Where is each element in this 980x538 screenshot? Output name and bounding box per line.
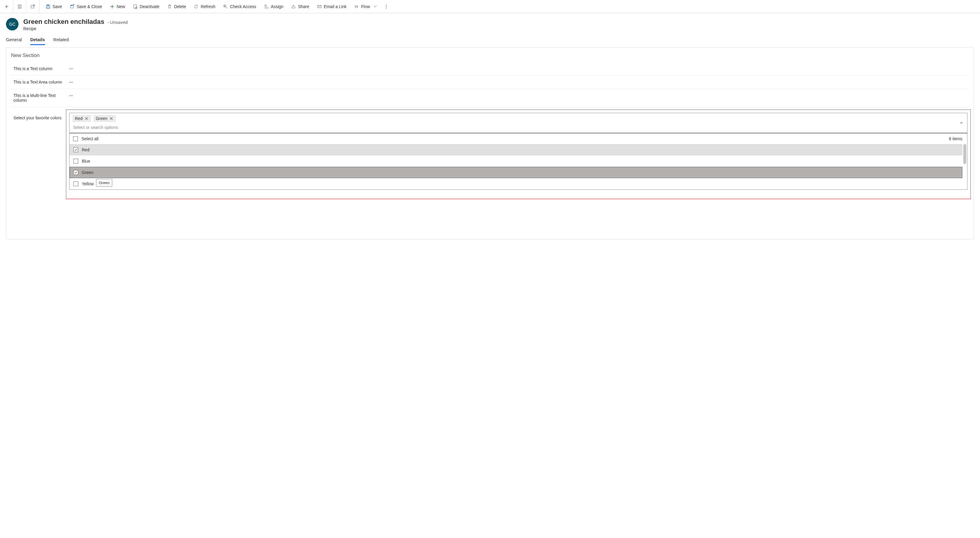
deactivate-button[interactable]: Deactivate xyxy=(129,0,163,13)
field-multiline: This is a Multi-line Text column --- xyxy=(11,89,969,107)
save-icon xyxy=(46,4,51,9)
refresh-label: Refresh xyxy=(200,4,215,9)
section-title: New Section xyxy=(6,52,974,62)
email-icon xyxy=(317,4,322,9)
flow-button[interactable]: Flow xyxy=(350,0,381,13)
tab-related[interactable]: Related xyxy=(53,35,69,45)
arrow-left-icon xyxy=(4,4,9,9)
new-label: New xyxy=(117,4,125,9)
dropdown-options: Red Blue Green Yellow xyxy=(70,144,967,189)
option-green-label: Green xyxy=(82,170,94,175)
avatar-initials: GC xyxy=(9,22,16,27)
tab-general[interactable]: General xyxy=(6,35,22,45)
form-selector[interactable] xyxy=(13,0,26,13)
svg-point-20 xyxy=(386,8,386,8)
new-button[interactable]: New xyxy=(106,0,129,13)
check-access-button[interactable]: Check Access xyxy=(219,0,260,13)
scrollbar-thumb[interactable] xyxy=(963,144,966,164)
item-count: 6 items xyxy=(949,136,963,141)
field-multiselect: Select your favorite colors Red Green xyxy=(11,107,969,203)
option-red[interactable]: Red xyxy=(70,144,963,156)
flow-icon xyxy=(354,4,359,9)
field-multiline-value[interactable]: --- xyxy=(68,93,969,103)
field-textarea-label: This is a Text Area column xyxy=(11,80,68,84)
check-access-label: Check Access xyxy=(230,4,256,9)
chip-red-label: Red xyxy=(75,116,83,121)
multiselect-search-input[interactable] xyxy=(73,123,954,131)
chip-green: Green xyxy=(94,115,116,122)
save-button[interactable]: Save xyxy=(42,0,66,13)
unsaved-indicator: - Unsaved xyxy=(107,20,127,25)
chevron-up-icon xyxy=(959,121,964,125)
svg-line-14 xyxy=(226,7,227,8)
save-close-label: Save & Close xyxy=(77,4,102,9)
field-textarea-value[interactable]: --- xyxy=(68,80,969,84)
chevron-down-icon xyxy=(374,5,377,8)
chip-green-label: Green xyxy=(96,116,107,121)
checkbox-icon xyxy=(73,159,78,163)
share-button[interactable]: Share xyxy=(287,0,313,13)
chip-red: Red xyxy=(73,115,91,122)
tab-details[interactable]: Details xyxy=(30,35,45,45)
svg-point-15 xyxy=(224,5,225,6)
tooltip: Green xyxy=(96,179,112,187)
svg-rect-7 xyxy=(47,7,49,8)
assign-button[interactable]: Assign xyxy=(260,0,287,13)
field-multiselect-label: Select your favorite colors xyxy=(11,111,68,120)
field-multiline-label: This is a Multi-line Text column xyxy=(11,93,68,103)
option-yellow-label: Yellow xyxy=(82,181,94,186)
field-textarea: This is a Text Area column --- xyxy=(11,76,969,89)
share-icon xyxy=(291,4,296,9)
overflow-button[interactable] xyxy=(381,0,391,13)
form-panel: New Section This is a Text column --- Th… xyxy=(6,48,974,239)
option-red-label: Red xyxy=(82,148,89,152)
option-blue-label: Blue xyxy=(82,159,90,163)
chip-green-remove[interactable] xyxy=(109,116,113,121)
annotation-highlight: Red Green xyxy=(66,110,971,199)
delete-button[interactable]: Delete xyxy=(163,0,190,13)
popout-icon xyxy=(30,4,35,9)
save-close-icon xyxy=(70,4,75,9)
refresh-button[interactable]: Refresh xyxy=(190,0,219,13)
collapse-caret[interactable] xyxy=(959,121,964,125)
tab-details-label: Details xyxy=(30,37,45,42)
tab-general-label: General xyxy=(6,37,22,42)
svg-point-19 xyxy=(386,6,386,6)
svg-point-13 xyxy=(224,5,226,7)
back-button[interactable] xyxy=(0,0,13,13)
dropdown-header: Select all 6 items xyxy=(70,133,967,144)
avatar: GC xyxy=(6,18,19,30)
multiselect-input-box[interactable]: Red Green xyxy=(69,113,967,133)
option-yellow[interactable]: Yellow Green xyxy=(70,178,963,189)
email-link-button[interactable]: Email a Link xyxy=(313,0,350,13)
scrollbar[interactable] xyxy=(963,144,966,178)
select-all-checkbox[interactable] xyxy=(73,136,78,141)
refresh-icon xyxy=(194,4,199,9)
form-tabs: General Details Related xyxy=(0,32,980,45)
close-icon xyxy=(85,117,88,120)
svg-rect-4 xyxy=(31,5,34,8)
save-close-button[interactable]: Save & Close xyxy=(66,0,106,13)
plus-icon xyxy=(110,4,115,9)
checkbox-icon xyxy=(73,170,78,175)
record-title: Green chicken enchiladas xyxy=(23,18,104,25)
delete-label: Delete xyxy=(174,4,186,9)
checkbox-icon xyxy=(73,148,78,152)
option-green[interactable]: Green xyxy=(70,167,963,178)
svg-point-16 xyxy=(265,5,267,6)
checkbox-icon xyxy=(73,181,78,186)
popout-button[interactable] xyxy=(26,0,40,13)
chip-red-remove[interactable] xyxy=(84,116,89,121)
field-text-value[interactable]: --- xyxy=(68,66,969,71)
trash-icon xyxy=(167,4,172,9)
assign-icon xyxy=(264,4,269,9)
email-link-label: Email a Link xyxy=(324,4,347,9)
selected-chips: Red Green xyxy=(73,115,954,122)
more-vertical-icon xyxy=(384,4,389,9)
option-blue[interactable]: Blue xyxy=(70,156,963,167)
select-all-label: Select all xyxy=(81,136,99,141)
svg-line-12 xyxy=(135,7,137,8)
tab-related-label: Related xyxy=(53,37,69,42)
svg-point-18 xyxy=(386,5,386,5)
deactivate-icon xyxy=(133,4,138,9)
